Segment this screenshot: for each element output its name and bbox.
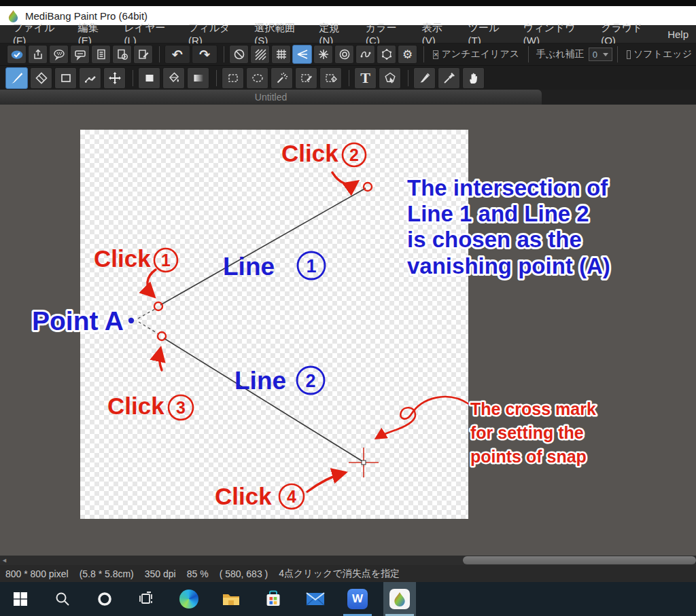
medibang-drop-icon [389,589,410,609]
cloud-save-button[interactable] [7,45,27,64]
click-2-number: 2 [349,145,359,164]
menu-filter[interactable]: フィルタ(R) [181,25,247,43]
scrollbar-thumb[interactable] [463,556,696,564]
store-button[interactable] [257,582,290,616]
select-eraser-tool-button[interactable] [319,67,342,89]
gear-icon: ⚙ [402,49,413,60]
halftone-bubble-icon [53,48,65,60]
snap-grid-button[interactable] [271,45,291,64]
menu-edit[interactable]: 編集(E) [71,25,117,43]
select-pen-tool-button[interactable] [295,67,317,89]
dashed-guide-2 [139,322,158,333]
menu-view[interactable]: 表示(V) [415,25,461,43]
menu-layer[interactable]: レイヤー(L) [116,25,181,43]
window-top-border [0,0,696,6]
control-point-tool-button[interactable] [79,67,101,89]
snap-circle-button[interactable] [334,45,354,64]
menu-cloud[interactable]: クラウド(O) [593,25,660,43]
mail-button[interactable] [299,582,332,616]
snap-off-button[interactable] [229,45,249,64]
operation-icon [383,71,397,85]
status-pixel-size: 800 * 800 pixel [5,568,69,579]
select-pen-icon [300,71,313,85]
snap-curve-button[interactable] [355,45,375,64]
click-2-arrow [332,173,357,185]
magic-wand-tool-button[interactable] [271,67,293,89]
menu-ruler[interactable]: 定規(N) [311,25,358,43]
select-rect-tool-button[interactable] [222,67,244,89]
fill-shape-tool-button[interactable] [138,67,160,89]
click-3-arrow [160,349,162,370]
cortana-button[interactable] [88,582,121,616]
snap-polygon-button[interactable] [377,45,396,64]
file-explorer-button[interactable] [215,582,247,616]
toolbar-separator [133,70,133,86]
move-tool-button[interactable] [103,67,126,89]
snap-point-1[interactable] [154,302,162,310]
red-note-line-1: The cross mark [470,399,596,418]
eyedropper-tool-button[interactable] [438,67,460,89]
taskbar-search-button[interactable] [46,582,79,616]
document-button[interactable] [91,45,111,64]
snap-point-3[interactable] [158,332,166,340]
cross-snap-icon [275,48,288,60]
edge-button[interactable] [173,582,205,616]
wps-w-icon: W [347,589,368,609]
menu-tool[interactable]: ツール(T) [461,25,516,43]
undo-button[interactable]: ↶ [164,45,190,64]
document-tab[interactable]: Untitled [0,90,542,105]
operation-tool-button[interactable] [379,67,401,89]
menu-select[interactable]: 選択範囲(S) [247,25,311,43]
text-tool-button[interactable]: T [354,67,377,89]
snap-parallel-button[interactable] [250,45,270,64]
medibang-taskbar-button[interactable] [383,582,416,616]
menu-window[interactable]: ウィンドウ(W) [516,25,593,43]
scroll-left-arrow-icon[interactable]: ◄ [1,557,7,564]
vanishing-point-dot [128,318,134,323]
brush-tool-button[interactable] [5,67,28,89]
redo-button[interactable]: ↷ [192,45,218,64]
snap-vanishing-point-button[interactable] [292,45,312,64]
toolbar-top: ↶ ↷ [0,43,696,65]
horizontal-scrollbar[interactable]: ◄ [0,556,696,565]
snap-point-2[interactable] [364,183,372,191]
menu-color[interactable]: カラー(C) [358,25,415,43]
tool-bar: T [0,65,696,90]
publish-button[interactable] [28,45,48,64]
antialias-checkbox[interactable]: × [433,50,438,59]
snap-radial-button[interactable] [313,45,333,64]
canvas-workspace[interactable]: Click 2 Click 1 Click 3 Click 4 [0,105,696,556]
speech-bubble-icon [74,48,86,60]
wps-office-button[interactable]: W [341,582,374,616]
chevron-down-icon [603,53,608,56]
red-note-line-2: for setting the [470,423,584,442]
line-2-number: 2 [305,371,315,391]
shape-tool-button[interactable] [54,67,77,89]
soft-edge-checkbox[interactable] [627,50,631,59]
edit-document-button[interactable] [133,45,153,64]
menu-file[interactable]: ファイル(F) [5,25,71,43]
hand-tool-button[interactable] [462,67,485,89]
task-view-button[interactable] [130,582,163,616]
status-cm-size: (5.8 * 5.8cm) [80,568,134,579]
eyedropper-icon [442,71,456,85]
search-icon [54,591,71,607]
menu-help[interactable]: Help [660,25,696,43]
comment-button[interactable] [70,45,90,64]
toolbar-separator [349,70,349,86]
history-button[interactable] [112,45,132,64]
stabilizer-dropdown[interactable]: 0 [589,48,613,61]
lasso-tool-button[interactable] [246,67,268,89]
halftone-button[interactable] [49,45,69,64]
start-button[interactable] [4,582,37,616]
divide-tool-button[interactable] [413,67,436,89]
cortana-ring-icon [97,591,113,607]
eraser-tool-button[interactable] [30,67,52,89]
eraser-icon [35,71,48,85]
snap-cross-mark[interactable] [349,448,379,477]
snap-settings-button[interactable]: ⚙ [398,45,417,64]
status-hint: 4点クリックで消失点を指定 [279,568,400,580]
gradient-tool-button[interactable] [187,67,209,89]
line-2-stroke [164,338,362,461]
bucket-tool-button[interactable] [162,67,185,89]
